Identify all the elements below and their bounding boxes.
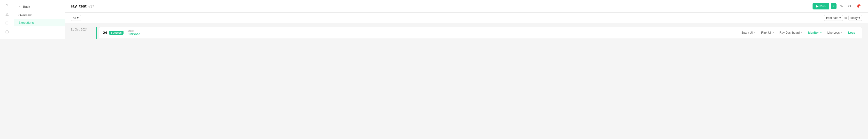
wave-icon[interactable]: ≋ bbox=[3, 38, 11, 39]
timeline-bar bbox=[96, 27, 97, 39]
page-header: ray_test #37 ▶ Run ▾ ✎ ↻ 📌 bbox=[65, 0, 868, 12]
refresh-button[interactable]: ↻ bbox=[846, 3, 852, 9]
filter-select[interactable]: all ▾ bbox=[71, 15, 81, 21]
sidebar-item-executions[interactable]: Executions bbox=[14, 19, 65, 26]
monitor-link[interactable]: Monitor ↗ bbox=[805, 30, 825, 36]
executions-content: 31 Oct. 2024 24 Success State Fi bbox=[65, 23, 868, 39]
execution-id-section: 24 Success bbox=[103, 31, 124, 35]
external-link-icon: ↗ bbox=[840, 31, 842, 34]
execution-links: Spark UI ↗ Flink UI ↗ Ray Dashboard ↗ bbox=[738, 30, 858, 36]
execution-state-section: State Finished bbox=[127, 29, 147, 36]
from-date-value: from date bbox=[826, 16, 838, 20]
execution-list: 24 Success State Finished Spark UI ↗ bbox=[99, 27, 862, 39]
pin-button[interactable]: 📌 bbox=[855, 3, 862, 9]
grid-icon[interactable]: ⊞ bbox=[3, 21, 11, 25]
sidebar: ⌂ △ ⊞ ⬡ ≋ ⚙ bbox=[0, 0, 14, 39]
run-button[interactable]: ▶ Run bbox=[812, 3, 829, 9]
execution-header: 24 Success State Finished Spark UI ↗ bbox=[99, 27, 862, 38]
external-link-icon: ↗ bbox=[800, 31, 802, 34]
triangle-icon[interactable]: △ bbox=[3, 12, 11, 16]
header-actions: ▶ Run ▾ ✎ ↻ 📌 bbox=[812, 3, 862, 9]
date-section: 31 Oct. 2024 24 Success State Fi bbox=[71, 27, 862, 39]
external-link-icon: ↗ bbox=[772, 31, 774, 34]
back-label: Back bbox=[23, 5, 30, 8]
date-label: 31 Oct. 2024 bbox=[71, 27, 95, 39]
main-content: ray_test #37 ▶ Run ▾ ✎ ↻ 📌 all ▾ bbox=[65, 0, 868, 39]
flink-ui-link[interactable]: Flink UI ↗ bbox=[758, 30, 777, 36]
ray-dashboard-link[interactable]: Ray Dashboard ↗ bbox=[777, 30, 805, 36]
filter-value: all bbox=[73, 16, 76, 20]
to-date-caret-icon: ▾ bbox=[859, 16, 860, 20]
database-icon[interactable]: ⬡ bbox=[3, 30, 11, 34]
from-date-caret-icon: ▾ bbox=[839, 16, 841, 20]
to-label: to bbox=[844, 16, 847, 20]
home-icon[interactable]: ⌂ bbox=[3, 3, 11, 7]
back-arrow-icon: ← bbox=[19, 5, 22, 8]
execution-body: AA Application ID meb10000-947362ee-2fd0… bbox=[99, 38, 862, 39]
edit-icon: ✎ bbox=[840, 4, 843, 8]
live-logs-link[interactable]: Live Logs ↗ bbox=[825, 30, 845, 36]
execution-id: 24 bbox=[103, 31, 107, 35]
back-button[interactable]: ← Back bbox=[14, 3, 65, 10]
run-play-icon: ▶ bbox=[816, 4, 818, 8]
edit-button[interactable]: ✎ bbox=[838, 3, 844, 9]
refresh-icon: ↻ bbox=[848, 4, 851, 8]
state-value: Finished bbox=[127, 32, 147, 36]
left-nav: ← Back Overview Executions bbox=[14, 0, 65, 39]
spark-ui-link[interactable]: Spark UI ↗ bbox=[738, 30, 758, 36]
toolbar: all ▾ from date ▾ to today ▾ bbox=[65, 12, 868, 23]
from-date-select[interactable]: from date ▾ bbox=[824, 15, 843, 21]
to-date-value: today bbox=[850, 16, 858, 20]
header-title: ray_test #37 bbox=[71, 4, 94, 9]
filter-caret-icon: ▾ bbox=[77, 16, 79, 20]
run-number: #37 bbox=[88, 4, 94, 8]
date-filters: from date ▾ to today ▾ bbox=[824, 15, 862, 21]
sidebar-item-overview[interactable]: Overview bbox=[14, 11, 65, 19]
run-dropdown-button[interactable]: ▾ bbox=[831, 3, 837, 9]
logs-link[interactable]: Logs bbox=[845, 30, 858, 36]
pipeline-name: ray_test bbox=[71, 4, 87, 9]
external-link-icon: ↗ bbox=[753, 31, 755, 34]
state-label: State bbox=[127, 29, 147, 32]
pin-icon: 📌 bbox=[856, 4, 861, 8]
external-link-icon: ↗ bbox=[819, 31, 822, 34]
to-date-select[interactable]: today ▾ bbox=[848, 15, 862, 21]
status-badge: Success bbox=[109, 31, 124, 35]
execution-card: 24 Success State Finished Spark UI ↗ bbox=[99, 27, 862, 39]
